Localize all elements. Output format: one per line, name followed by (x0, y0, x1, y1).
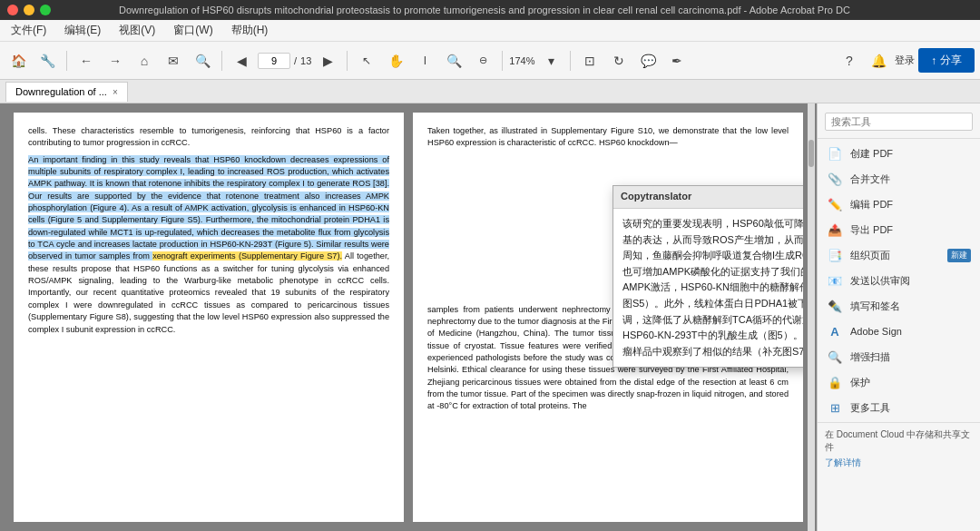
fill-sign-item[interactable]: ✒️ 填写和签名 (818, 293, 980, 319)
create-pdf-item[interactable]: 📄 创建 PDF (818, 141, 980, 166)
menu-window[interactable]: 窗口(W) (170, 23, 216, 38)
edit-pdf-label: 编辑 PDF (850, 198, 893, 211)
search-tools-section (818, 109, 980, 134)
home-icon[interactable]: 🏠 (5, 48, 31, 74)
share-button[interactable]: ↑ 分享 (918, 48, 975, 73)
toolbar-separator-1 (66, 51, 67, 71)
fill-sign-icon: ✒️ (827, 298, 843, 314)
pdf-tab[interactable]: Downregulation of ... × (5, 82, 128, 102)
adobe-sign-icon: A (827, 323, 843, 339)
page-total: 13 (300, 55, 311, 66)
menu-file[interactable]: 文件(F) (7, 23, 50, 38)
cursor-tool-icon[interactable]: ↖ (354, 48, 379, 74)
tools-section: 📄 创建 PDF 📎 合并文件 ✏️ 编辑 PDF 📤 导出 PDF 📑 组织页… (818, 138, 980, 422)
window-controls[interactable] (7, 5, 51, 15)
pen-icon[interactable]: ✒ (664, 48, 690, 74)
right-panel: 📄 创建 PDF 📎 合并文件 ✏️ 编辑 PDF 📤 导出 PDF 📑 组织页… (817, 103, 980, 531)
tab-bar: Downregulation of ... × (0, 80, 980, 103)
send-review-label: 发送以供审阅 (850, 274, 910, 288)
login-text[interactable]: 登录 (895, 54, 915, 67)
enhance-scan-item[interactable]: 🔍 增强扫描 (818, 344, 980, 369)
fit-page-icon[interactable]: ⊡ (577, 48, 603, 74)
menu-edit[interactable]: 编辑(E) (61, 23, 104, 38)
scroll-bar[interactable] (808, 103, 815, 531)
minimize-button[interactable] (24, 5, 34, 15)
more-tools-icon: ⊞ (827, 399, 843, 416)
right-text-top: Taken together, as illustrated in Supple… (427, 125, 789, 150)
zoom-out-icon[interactable]: ⊖ (470, 48, 495, 74)
menu-help[interactable]: 帮助(H) (228, 23, 272, 38)
more-tools-item[interactable]: ⊞ 更多工具 (818, 395, 980, 420)
organize-pages-label: 组织页面 (850, 249, 890, 262)
popup-header: Copytranslator − □ × (613, 186, 803, 209)
edit-pdf-icon: ✏️ (827, 196, 843, 212)
next-page-icon[interactable]: ▶ (315, 48, 340, 74)
tools-search-input[interactable] (825, 113, 973, 131)
toolbar-separator-3 (347, 51, 348, 71)
send-review-icon: 📧 (827, 272, 843, 289)
merge-files-label: 合并文件 (850, 172, 890, 186)
cloud-storage-text: 在 Document Cloud 中存储和共享文件 (825, 428, 973, 454)
more-tools-label: 更多工具 (850, 401, 890, 415)
hand-tool-icon[interactable]: ✋ (383, 48, 408, 74)
forward-icon[interactable]: → (103, 48, 128, 74)
page-separator: / (294, 55, 297, 66)
window-title: Downregulation of HSP60 disrupts mitocho… (51, 5, 918, 15)
enhance-scan-icon: 🔍 (827, 349, 843, 365)
annotation-icon[interactable]: 💬 (635, 48, 661, 74)
learn-more-link[interactable]: 了解详情 (825, 457, 861, 467)
prev-page-icon[interactable]: ◀ (229, 48, 254, 74)
toolbar-separator-5 (570, 51, 571, 71)
pdf-content: cells. These characteristics resemble to… (5, 103, 812, 531)
new-badge: 新建 (947, 249, 971, 262)
merge-files-item[interactable]: 📎 合并文件 (818, 166, 980, 192)
menu-view[interactable]: 视图(V) (115, 23, 159, 38)
popup-body: 该研究的重要发现表明，HSP60敲低可降低呼吸复合体多个亚基的表达，从而导致RO… (613, 209, 803, 367)
protect-item[interactable]: 🔒 保护 (818, 369, 980, 395)
text-select-icon[interactable]: I (412, 48, 437, 74)
menubar: 文件(F) 编辑(E) 视图(V) 窗口(W) 帮助(H) (0, 20, 980, 42)
zoom-level: 174% (509, 55, 534, 66)
share-icon: ↑ (931, 54, 936, 67)
zoom-in-icon[interactable]: 🔍 (441, 48, 466, 74)
rotate-icon[interactable]: ↻ (606, 48, 632, 74)
adobe-sign-item[interactable]: A Adobe Sign (818, 319, 980, 344)
highlight-blue-block: An important finding in this study revea… (28, 155, 389, 261)
zoom-dropdown-icon[interactable]: ▾ (538, 48, 564, 74)
maximize-button[interactable] (40, 5, 51, 15)
popup-title: Copytranslator (621, 190, 691, 204)
organize-pages-icon: 📑 (827, 247, 843, 263)
scroll-thumb[interactable] (808, 140, 814, 167)
create-pdf-icon: 📄 (827, 145, 843, 162)
page-number-input[interactable] (258, 53, 290, 69)
toolbar: 🏠 🔧 ← → ⌂ ✉ 🔍 ◀ / 13 ▶ ↖ ✋ I 🔍 ⊖ 174% ▾ … (0, 42, 980, 80)
help-icon[interactable]: ? (837, 48, 862, 74)
close-button[interactable] (7, 5, 18, 15)
send-review-item[interactable]: 📧 发送以供审阅 (818, 268, 980, 293)
toolbar-separator-2 (221, 51, 222, 71)
search-icon[interactable]: 🔍 (190, 48, 215, 74)
adobe-sign-label: Adobe Sign (850, 326, 902, 337)
tools-icon[interactable]: 🔧 (34, 48, 60, 74)
enhance-scan-label: 增强扫描 (850, 350, 890, 364)
export-pdf-item[interactable]: 📤 导出 PDF (818, 217, 980, 242)
pdf-page-right: Taken together, as illustrated in Supple… (413, 113, 803, 522)
share-label: 分享 (940, 53, 962, 68)
titlebar: Downregulation of HSP60 disrupts mitocho… (0, 0, 980, 20)
create-pdf-label: 创建 PDF (850, 147, 893, 161)
edit-pdf-item[interactable]: ✏️ 编辑 PDF (818, 192, 980, 217)
popup-text: 该研究的重要发现表明，HSP60敲低可降低呼吸复合体多个亚基的表达，从而导致RO… (622, 218, 803, 357)
home2-icon[interactable]: ⌂ (132, 48, 157, 74)
organize-pages-item[interactable]: 📑 组织页面 新建 (818, 242, 980, 268)
email-icon[interactable]: ✉ (161, 48, 186, 74)
left-text-1: cells. These characteristics resemble to… (28, 125, 389, 150)
merge-files-icon: 📎 (827, 171, 843, 187)
notification-icon[interactable]: 🔔 (866, 48, 891, 74)
export-pdf-icon: 📤 (827, 221, 843, 238)
back-icon[interactable]: ← (74, 48, 99, 74)
protect-label: 保护 (850, 376, 870, 389)
translation-popup: Copytranslator − □ × 该研究的重要发现表明，HSP60敲低可… (612, 185, 803, 368)
tab-close-icon[interactable]: × (113, 87, 118, 97)
pdf-page-left: cells. These characteristics resemble to… (14, 113, 404, 522)
main-layout: cells. These characteristics resemble to… (0, 103, 980, 531)
